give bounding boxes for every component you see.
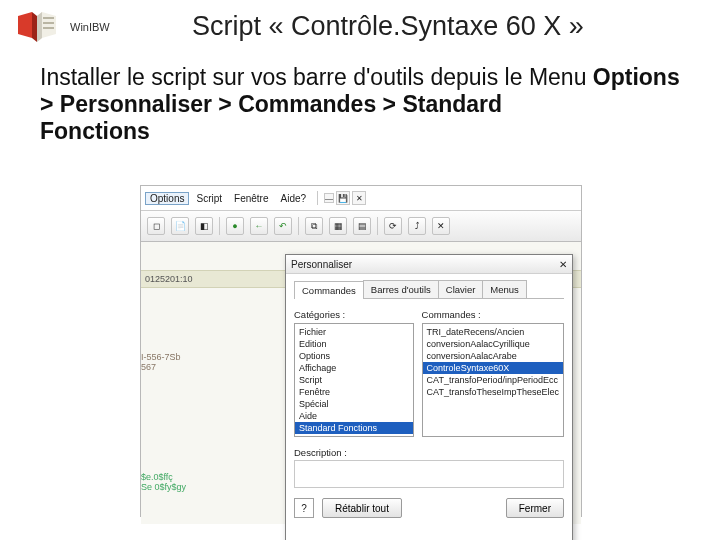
tb-btn-5[interactable]: ← <box>250 217 268 235</box>
tab-clavier[interactable]: Clavier <box>438 280 484 298</box>
list-item[interactable]: Spécial <box>295 398 413 410</box>
svg-rect-2 <box>43 27 54 29</box>
tb-btn-7[interactable]: ⧉ <box>305 217 323 235</box>
isbn-line-2: 567 <box>141 362 156 372</box>
tb-btn-10[interactable]: ⟳ <box>384 217 402 235</box>
save-icon[interactable]: 💾 <box>336 191 350 205</box>
tb-sep-1 <box>219 217 220 235</box>
code-snippet: $e.0$ffç Se 0$fy$gy <box>141 472 217 493</box>
tb-btn-8[interactable]: ▦ <box>329 217 347 235</box>
list-item[interactable]: CAT_transfoTheseImpTheseElec <box>423 386 563 398</box>
list-item-selected[interactable]: Standard Fonctions <box>295 422 413 434</box>
dialog-close-button[interactable]: ✕ <box>559 259 567 270</box>
tb-btn-11[interactable]: ⤴ <box>408 217 426 235</box>
list-item[interactable]: Script <box>295 374 413 386</box>
close-icon[interactable]: ✕ <box>352 191 366 205</box>
categories-listbox[interactable]: Fichier Edition Options Affichage Script… <box>294 323 414 437</box>
instruction-text-1: Installer le script sur vos barre d'outi… <box>40 64 593 90</box>
app-name: WinIBW <box>70 19 110 33</box>
personnaliser-dialog: Personnaliser ✕ Commandes Barres d'outil… <box>285 254 573 540</box>
commands-listbox[interactable]: TRI_dateRecens/Ancien conversionAalacCyr… <box>422 323 564 437</box>
list-item[interactable]: conversionAalacCyrillique <box>423 338 563 350</box>
tab-barres[interactable]: Barres d'outils <box>363 280 439 298</box>
tb-btn-1[interactable]: ◻ <box>147 217 165 235</box>
winibw-logo-icon <box>14 8 60 44</box>
description-label: Description : <box>294 447 564 458</box>
list-item[interactable]: Fichier <box>295 326 413 338</box>
list-item[interactable]: Edition <box>295 338 413 350</box>
list-item-selected[interactable]: ControleSyntaxe60X <box>423 362 563 374</box>
tab-menus[interactable]: Menus <box>482 280 527 298</box>
list-item[interactable]: Options <box>295 350 413 362</box>
svg-rect-1 <box>43 22 54 24</box>
tb-btn-9[interactable]: ▤ <box>353 217 371 235</box>
tb-btn-6[interactable]: ↶ <box>274 217 292 235</box>
list-item[interactable]: Aide <box>295 410 413 422</box>
help-button[interactable]: ? <box>294 498 314 518</box>
menu-aide[interactable]: Aide? <box>276 192 312 205</box>
list-item[interactable]: conversionAalacArabe <box>423 350 563 362</box>
tb-sep-3 <box>377 217 378 235</box>
menu-bar: Options Script Fenêtre Aide? — 💾 ✕ <box>141 186 581 211</box>
instruction-paragraph: Installer le script sur vos barre d'outi… <box>0 46 720 145</box>
tb-btn-3[interactable]: ◧ <box>195 217 213 235</box>
categories-label: Catégories : <box>294 309 414 320</box>
list-item[interactable]: Affichage <box>295 362 413 374</box>
list-item[interactable]: CAT_transfoPeriod/inpPeriodEcc <box>423 374 563 386</box>
dialog-tabs: Commandes Barres d'outils Clavier Menus <box>294 280 564 299</box>
dialog-title: Personnaliser <box>291 259 352 270</box>
fermer-button[interactable]: Fermer <box>506 498 564 518</box>
isbn-line-1: I-556-7Sb <box>141 352 181 362</box>
screenshot-frame: Options Script Fenêtre Aide? — 💾 ✕ ◻ 📄 ◧… <box>140 185 582 517</box>
menu-divider <box>317 191 318 205</box>
isbn-snippet: I-556-7Sb 567 <box>141 352 221 373</box>
commands-label: Commandes : <box>422 309 564 320</box>
tb-btn-2[interactable]: 📄 <box>171 217 189 235</box>
list-item[interactable]: Fenêtre <box>295 386 413 398</box>
tb-btn-4[interactable]: ● <box>226 217 244 235</box>
tab-commandes[interactable]: Commandes <box>294 281 364 299</box>
list-item[interactable]: TRI_dateRecens/Ancien <box>423 326 563 338</box>
description-box <box>294 460 564 488</box>
tb-sep-2 <box>298 217 299 235</box>
svg-rect-0 <box>43 17 54 19</box>
slide-title: Script « Contrôle.Syntaxe 60 X » <box>120 11 706 42</box>
menu-script[interactable]: Script <box>191 192 227 205</box>
code-line-2: Se 0$fy$gy <box>141 482 186 492</box>
toolbar: ◻ 📄 ◧ ● ← ↶ ⧉ ▦ ▤ ⟳ ⤴ ✕ <box>141 211 581 242</box>
instruction-path-2: Fonctions <box>40 118 150 144</box>
screenshot-content: 0125201:10 I-556-7Sb 567 $e.0$ffç Se 0$f… <box>141 242 581 524</box>
menu-options[interactable]: Options <box>145 192 189 205</box>
tb-btn-12[interactable]: ✕ <box>432 217 450 235</box>
dash-icon: — <box>324 193 334 203</box>
code-line-1: $e.0$ffç <box>141 472 173 482</box>
menu-fenetre[interactable]: Fenêtre <box>229 192 273 205</box>
retablir-button[interactable]: Rétablir tout <box>322 498 402 518</box>
